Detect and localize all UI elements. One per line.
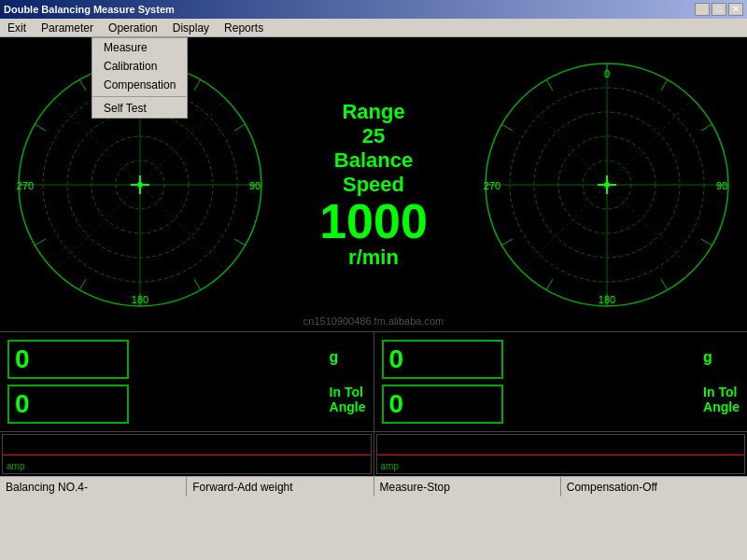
bottom-data: 0 0 g In Tol Angle amp 0 — [0, 331, 747, 476]
svg-text:270: 270 — [17, 180, 34, 191]
right-waveform: amp — [376, 434, 746, 474]
left-unit-label: g — [330, 349, 366, 366]
menu-measure[interactable]: Measure — [92, 38, 187, 57]
menu-calibration[interactable]: Calibration — [92, 57, 187, 76]
left-tol-label: In Tol Angle — [330, 385, 366, 414]
balance-label: Balance — [334, 148, 413, 173]
status-compensation: Compensation-Off — [561, 477, 747, 497]
menu-separator — [92, 96, 187, 97]
left-value2: 0 — [7, 385, 129, 424]
operation-dropdown: Measure Calibration Compensation Self Te… — [92, 37, 188, 119]
status-balancing: Balancing NO.4- — [0, 477, 187, 497]
left-waveform-line — [3, 455, 371, 455]
speed-label: Speed — [343, 173, 404, 197]
title-text: Double Balancing Measure System — [4, 4, 175, 15]
svg-point-11 — [137, 182, 143, 188]
right-data-labels: g In Tol Angle — [703, 340, 740, 424]
menu-operation[interactable]: Operation — [101, 20, 165, 36]
window-controls: _ □ ✕ — [695, 3, 743, 16]
svg-text:90: 90 — [249, 180, 261, 191]
right-waveform-label: amp — [381, 461, 399, 471]
svg-text:90: 90 — [716, 180, 727, 191]
left-waveform-label: amp — [7, 461, 24, 471]
right-data-values: 0 0 — [382, 340, 697, 424]
right-gauge: 0 90 180 270 — [467, 37, 747, 331]
right-gauge-svg: 0 90 180 270 — [481, 59, 733, 311]
status-forward: Forward-Add weight — [187, 477, 374, 497]
menu-parameter[interactable]: Parameter — [34, 20, 101, 36]
svg-point-39 — [604, 182, 610, 188]
right-tol-label: In Tol Angle — [703, 385, 740, 414]
close-button[interactable]: ✕ — [728, 3, 743, 16]
menu-display[interactable]: Display — [165, 20, 217, 36]
menu-selftest[interactable]: Self Test — [92, 99, 187, 118]
right-data-top: 0 0 g In Tol Angle — [374, 332, 748, 432]
left-value1: 0 — [7, 340, 129, 379]
range-label: Range — [342, 100, 404, 124]
left-data-top: 0 0 g In Tol Angle — [0, 332, 374, 432]
left-data-values: 0 0 — [7, 340, 322, 424]
right-data-panel: 0 0 g In Tol Angle amp — [374, 332, 748, 476]
center-info: Range 25 Balance Speed 1000 r/min — [280, 37, 467, 331]
menu-reports[interactable]: Reports — [217, 20, 271, 36]
range-value: 25 — [362, 124, 385, 148]
right-unit-label: g — [703, 349, 740, 366]
left-data-panel: 0 0 g In Tol Angle amp — [0, 332, 374, 476]
minimize-button[interactable]: _ — [695, 3, 710, 16]
svg-text:270: 270 — [484, 180, 500, 191]
title-bar: Double Balancing Measure System _ □ ✕ — [0, 0, 747, 19]
status-measure: Measure-Stop — [374, 477, 561, 497]
status-bar: Balancing NO.4- Forward-Add weight Measu… — [0, 476, 747, 497]
rpm-unit: r/min — [348, 245, 399, 270]
rpm-value: 1000 — [319, 197, 428, 245]
left-waveform: amp — [2, 434, 372, 474]
left-data-labels: g In Tol Angle — [330, 340, 366, 424]
maximize-button[interactable]: □ — [712, 3, 726, 16]
menu-exit[interactable]: Exit — [0, 20, 34, 36]
menu-compensation[interactable]: Compensation — [92, 76, 187, 94]
right-waveform-line — [377, 455, 745, 455]
menu-bar: Exit Parameter Operation Display Reports… — [0, 19, 747, 37]
right-value2: 0 — [382, 385, 503, 424]
right-value1: 0 — [382, 340, 503, 379]
